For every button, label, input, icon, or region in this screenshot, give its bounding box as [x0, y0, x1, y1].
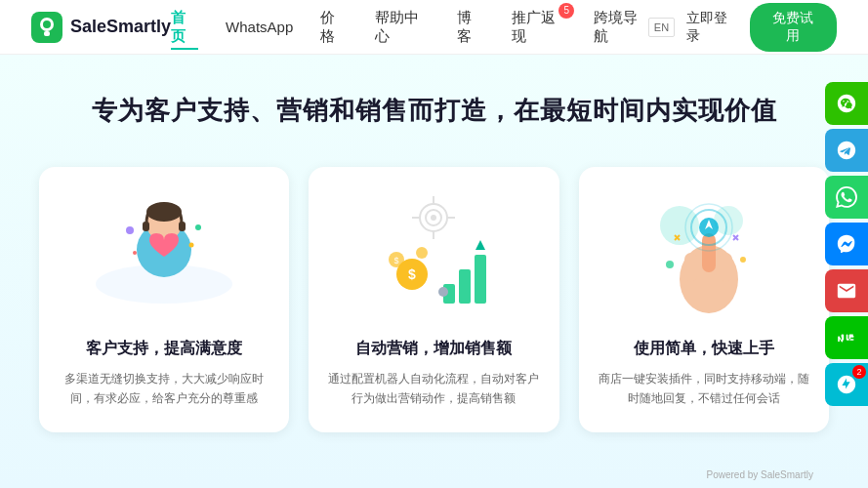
card-simple-illustration — [616, 186, 792, 323]
card-simple: 使用简单，快速上手 商店一键安装插件，同时支持移动端，随时随地回复，不错过任何会… — [579, 167, 829, 432]
svg-rect-24 — [459, 269, 471, 304]
wechat-button[interactable] — [825, 82, 868, 125]
messenger-button[interactable] — [825, 223, 868, 265]
svg-point-10 — [189, 243, 194, 248]
social-bar: 2 — [825, 82, 868, 406]
svg-point-2 — [43, 20, 51, 28]
logo-icon — [31, 12, 62, 43]
svg-point-29 — [416, 247, 428, 259]
svg-marker-26 — [475, 240, 485, 250]
svg-point-30 — [438, 287, 448, 297]
svg-rect-36 — [720, 253, 732, 282]
logo-text: SaleSmartly — [70, 17, 171, 37]
cards-row: 客户支持，提高满意度 多渠道无缝切换支持，大大减少响应时间，有求必应，给客户充分… — [39, 167, 829, 432]
card-support: 客户支持，提高满意度 多渠道无缝切换支持，大大减少响应时间，有求必应，给客户充分… — [39, 167, 289, 432]
card-simple-title: 使用简单，快速上手 — [634, 339, 774, 359]
nav-cross-border[interactable]: 跨境导航 — [594, 9, 648, 46]
svg-text:$: $ — [409, 266, 417, 282]
svg-rect-13 — [179, 222, 186, 231]
telegram-button[interactable] — [825, 129, 868, 172]
header-actions: EN 立即登录 免费试用 — [648, 3, 837, 52]
nav-blog[interactable]: 博客 — [457, 9, 484, 46]
main-content: 专为客户支持、营销和销售而打造，在最短时间内实现价值 — [0, 55, 868, 488]
nav-home[interactable]: 首页 — [171, 9, 198, 46]
svg-point-43 — [666, 261, 674, 268]
referral-badge: 5 — [558, 3, 574, 19]
logo[interactable]: SaleSmartly — [31, 12, 171, 43]
login-button[interactable]: 立即登录 — [686, 10, 738, 45]
other-badge: 2 — [852, 365, 866, 379]
hero-title: 专为客户支持、营销和销售而打造，在最短时间内实现价值 — [92, 94, 777, 128]
free-trial-button[interactable]: 免费试用 — [750, 3, 837, 52]
svg-rect-25 — [475, 255, 486, 304]
svg-rect-35 — [684, 253, 697, 282]
svg-point-32 — [714, 206, 743, 235]
card-support-desc: 多渠道无缝切换支持，大大减少响应时间，有求必应，给客户充分的尊重感 — [59, 369, 269, 409]
nav-price[interactable]: 价格 — [320, 9, 348, 46]
line-button[interactable] — [825, 316, 868, 359]
card-simple-desc: 商店一键安装插件，同时支持移动端，随时随地回复，不错过任何会话 — [599, 369, 809, 409]
powered-by: Powered by SaleSmartly — [707, 469, 814, 480]
nav-help[interactable]: 帮助中心 — [375, 9, 430, 46]
email-button[interactable] — [825, 269, 868, 312]
language-switcher[interactable]: EN — [648, 18, 675, 37]
whatsapp-button[interactable] — [825, 176, 868, 219]
card-marketing-title: 自动营销，增加销售额 — [355, 339, 512, 359]
svg-rect-12 — [143, 222, 149, 231]
svg-point-11 — [133, 251, 137, 255]
card-support-illustration — [76, 186, 252, 323]
svg-point-8 — [126, 226, 134, 234]
nav-referral[interactable]: 推广返现 5 — [512, 9, 566, 46]
svg-rect-3 — [44, 31, 50, 36]
card-marketing: $ $ 自动营销，增加销售额 通过配置机器人自动化流程，自动对客户行为做出营销动… — [309, 167, 558, 432]
nav-whatsapp[interactable]: WhatsApp — [226, 19, 293, 35]
svg-text:$: $ — [394, 256, 399, 265]
card-marketing-desc: 通过配置机器人自动化流程，自动对客户行为做出营销动作，提高销售额 — [328, 369, 539, 409]
svg-point-9 — [195, 224, 201, 230]
svg-point-44 — [740, 257, 746, 263]
card-support-title: 客户支持，提高满意度 — [86, 339, 242, 359]
main-nav: 首页 WhatsApp 价格 帮助中心 博客 推广返现 5 跨境导航 — [171, 9, 648, 46]
svg-point-16 — [431, 215, 436, 221]
card-marketing-illustration: $ $ — [346, 186, 521, 323]
svg-rect-34 — [702, 233, 716, 272]
header: SaleSmartly 首页 WhatsApp 价格 帮助中心 博客 推广返现 … — [0, 0, 868, 55]
other-button[interactable]: 2 — [825, 363, 868, 406]
